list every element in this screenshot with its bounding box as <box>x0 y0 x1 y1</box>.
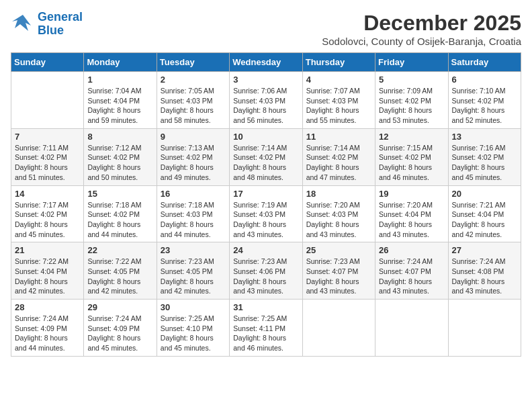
day-number: 21 <box>15 245 80 255</box>
day-number: 9 <box>161 132 226 142</box>
calendar-cell: 28Sunrise: 7:24 AM Sunset: 4:09 PM Dayli… <box>11 300 84 357</box>
day-info: Sunrise: 7:19 AM Sunset: 4:03 PM Dayligh… <box>233 200 298 240</box>
day-number: 11 <box>306 132 371 142</box>
svg-marker-0 <box>12 15 31 31</box>
weekday-header-row: SundayMondayTuesdayWednesdayThursdayFrid… <box>11 53 521 72</box>
day-number: 3 <box>233 75 298 85</box>
day-number: 6 <box>452 75 517 85</box>
day-number: 1 <box>87 75 152 85</box>
day-number: 16 <box>161 189 226 199</box>
weekday-header-monday: Monday <box>84 53 157 72</box>
calendar-cell <box>448 300 521 357</box>
day-number: 20 <box>452 189 517 199</box>
calendar-cell: 17Sunrise: 7:19 AM Sunset: 4:03 PM Dayli… <box>230 185 302 242</box>
day-info: Sunrise: 7:05 AM Sunset: 4:03 PM Dayligh… <box>161 86 226 126</box>
day-info: Sunrise: 7:06 AM Sunset: 4:03 PM Dayligh… <box>233 86 298 126</box>
calendar-cell: 14Sunrise: 7:17 AM Sunset: 4:02 PM Dayli… <box>11 185 84 242</box>
week-row-2: 7Sunrise: 7:11 AM Sunset: 4:02 PM Daylig… <box>11 128 521 185</box>
day-number: 28 <box>15 302 80 312</box>
day-info: Sunrise: 7:20 AM Sunset: 4:04 PM Dayligh… <box>379 200 444 240</box>
calendar-cell: 23Sunrise: 7:23 AM Sunset: 4:05 PM Dayli… <box>157 242 229 300</box>
day-info: Sunrise: 7:22 AM Sunset: 4:05 PM Dayligh… <box>87 257 152 296</box>
day-number: 18 <box>306 189 371 199</box>
calendar-cell: 11Sunrise: 7:14 AM Sunset: 4:02 PM Dayli… <box>302 128 375 185</box>
weekday-header-saturday: Saturday <box>448 53 521 72</box>
day-number: 12 <box>379 132 444 142</box>
day-number: 30 <box>161 302 226 312</box>
day-info: Sunrise: 7:25 AM Sunset: 4:10 PM Dayligh… <box>161 314 226 353</box>
calendar-cell: 13Sunrise: 7:16 AM Sunset: 4:02 PM Dayli… <box>448 128 521 185</box>
calendar-cell <box>302 300 375 357</box>
day-info: Sunrise: 7:18 AM Sunset: 4:03 PM Dayligh… <box>161 200 226 240</box>
calendar-cell: 24Sunrise: 7:23 AM Sunset: 4:06 PM Dayli… <box>230 242 302 300</box>
logo-text: General Blue <box>38 11 83 38</box>
day-info: Sunrise: 7:24 AM Sunset: 4:09 PM Dayligh… <box>87 314 152 353</box>
day-info: Sunrise: 7:04 AM Sunset: 4:04 PM Dayligh… <box>87 86 152 126</box>
day-number: 19 <box>379 189 444 199</box>
calendar-cell: 12Sunrise: 7:15 AM Sunset: 4:02 PM Dayli… <box>375 128 448 185</box>
day-number: 5 <box>379 75 444 85</box>
logo-line2: Blue <box>38 24 64 37</box>
day-info: Sunrise: 7:10 AM Sunset: 4:02 PM Dayligh… <box>452 86 517 126</box>
day-number: 26 <box>379 245 444 255</box>
calendar-cell: 31Sunrise: 7:25 AM Sunset: 4:11 PM Dayli… <box>230 300 302 357</box>
day-number: 8 <box>87 132 152 142</box>
calendar-cell: 25Sunrise: 7:23 AM Sunset: 4:07 PM Dayli… <box>302 242 375 300</box>
day-info: Sunrise: 7:17 AM Sunset: 4:02 PM Dayligh… <box>15 200 80 240</box>
day-info: Sunrise: 7:13 AM Sunset: 4:02 PM Dayligh… <box>161 143 226 183</box>
weekday-header-sunday: Sunday <box>11 53 84 72</box>
weekday-header-friday: Friday <box>375 53 448 72</box>
day-info: Sunrise: 7:14 AM Sunset: 4:02 PM Dayligh… <box>306 143 371 183</box>
calendar-cell: 3Sunrise: 7:06 AM Sunset: 4:03 PM Daylig… <box>230 72 302 129</box>
day-info: Sunrise: 7:23 AM Sunset: 4:05 PM Dayligh… <box>161 257 226 296</box>
day-number: 22 <box>87 245 152 255</box>
calendar-cell: 2Sunrise: 7:05 AM Sunset: 4:03 PM Daylig… <box>157 72 229 129</box>
calendar-cell: 9Sunrise: 7:13 AM Sunset: 4:02 PM Daylig… <box>157 128 229 185</box>
day-number: 10 <box>233 132 298 142</box>
calendar-cell <box>375 300 448 357</box>
calendar-cell: 29Sunrise: 7:24 AM Sunset: 4:09 PM Dayli… <box>84 300 157 357</box>
week-row-5: 28Sunrise: 7:24 AM Sunset: 4:09 PM Dayli… <box>11 300 521 357</box>
day-number: 7 <box>15 132 80 142</box>
weekday-header-thursday: Thursday <box>302 53 375 72</box>
day-info: Sunrise: 7:12 AM Sunset: 4:02 PM Dayligh… <box>87 143 152 183</box>
day-number: 17 <box>233 189 298 199</box>
day-number: 13 <box>452 132 517 142</box>
day-info: Sunrise: 7:15 AM Sunset: 4:02 PM Dayligh… <box>379 143 444 183</box>
calendar-cell: 5Sunrise: 7:09 AM Sunset: 4:02 PM Daylig… <box>375 72 448 129</box>
day-info: Sunrise: 7:24 AM Sunset: 4:09 PM Dayligh… <box>15 314 80 353</box>
day-number: 2 <box>161 75 226 85</box>
weekday-header-wednesday: Wednesday <box>230 53 302 72</box>
logo-line1: General <box>38 10 83 24</box>
calendar-cell: 1Sunrise: 7:04 AM Sunset: 4:04 PM Daylig… <box>84 72 157 129</box>
calendar-cell: 7Sunrise: 7:11 AM Sunset: 4:02 PM Daylig… <box>11 128 84 185</box>
location-title: Sodolovci, County of Osijek-Baranja, Cro… <box>322 36 521 47</box>
day-number: 25 <box>306 245 371 255</box>
calendar-cell: 16Sunrise: 7:18 AM Sunset: 4:03 PM Dayli… <box>157 185 229 242</box>
logo: General Blue <box>11 11 83 38</box>
calendar-cell: 26Sunrise: 7:24 AM Sunset: 4:07 PM Dayli… <box>375 242 448 300</box>
calendar-cell: 15Sunrise: 7:18 AM Sunset: 4:02 PM Dayli… <box>84 185 157 242</box>
day-info: Sunrise: 7:14 AM Sunset: 4:02 PM Dayligh… <box>233 143 298 183</box>
day-info: Sunrise: 7:07 AM Sunset: 4:03 PM Dayligh… <box>306 86 371 126</box>
calendar-table: SundayMondayTuesdayWednesdayThursdayFrid… <box>11 52 521 357</box>
day-info: Sunrise: 7:16 AM Sunset: 4:02 PM Dayligh… <box>452 143 517 183</box>
title-section: December 2025 Sodolovci, County of Osije… <box>322 11 521 47</box>
calendar-cell: 30Sunrise: 7:25 AM Sunset: 4:10 PM Dayli… <box>157 300 229 357</box>
calendar-cell <box>11 72 84 129</box>
calendar-cell: 10Sunrise: 7:14 AM Sunset: 4:02 PM Dayli… <box>230 128 302 185</box>
day-number: 29 <box>87 302 152 312</box>
page-header: General Blue December 2025 Sodolovci, Co… <box>11 11 521 47</box>
logo-icon <box>11 12 35 36</box>
day-info: Sunrise: 7:09 AM Sunset: 4:02 PM Dayligh… <box>379 86 444 126</box>
day-number: 24 <box>233 245 298 255</box>
day-info: Sunrise: 7:11 AM Sunset: 4:02 PM Dayligh… <box>15 143 80 183</box>
calendar-cell: 19Sunrise: 7:20 AM Sunset: 4:04 PM Dayli… <box>375 185 448 242</box>
day-info: Sunrise: 7:24 AM Sunset: 4:08 PM Dayligh… <box>452 257 517 296</box>
week-row-4: 21Sunrise: 7:22 AM Sunset: 4:04 PM Dayli… <box>11 242 521 300</box>
day-info: Sunrise: 7:24 AM Sunset: 4:07 PM Dayligh… <box>379 257 444 296</box>
day-info: Sunrise: 7:23 AM Sunset: 4:06 PM Dayligh… <box>233 257 298 296</box>
day-number: 15 <box>87 189 152 199</box>
day-info: Sunrise: 7:25 AM Sunset: 4:11 PM Dayligh… <box>233 314 298 353</box>
day-number: 23 <box>161 245 226 255</box>
